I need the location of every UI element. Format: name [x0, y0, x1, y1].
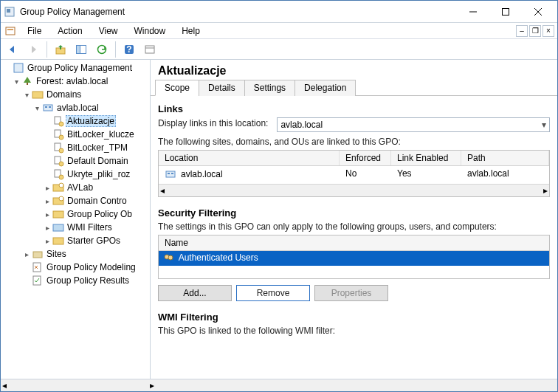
tree-wmi-filters[interactable]: ▸ WMI Filters [1, 221, 150, 234]
gpo-link-icon [52, 142, 64, 154]
svg-rect-6 [6, 27, 15, 35]
col-link-enabled[interactable]: Link Enabled [391, 151, 461, 165]
svg-rect-37 [53, 224, 63, 231]
gpo-link-icon [52, 155, 64, 167]
domain-icon [165, 168, 176, 180]
tree-gpo-ukryte-pliki[interactable]: Ukryte_pliki_roz [1, 168, 150, 181]
mdi-minimize-icon[interactable]: – [516, 25, 528, 37]
close-button[interactable] [522, 1, 554, 22]
svg-rect-44 [171, 173, 173, 174]
minimize-button[interactable] [457, 1, 489, 22]
links-location-combo[interactable]: avlab.local [277, 117, 550, 132]
results-icon [32, 275, 44, 286]
menu-view[interactable]: View [92, 24, 125, 38]
tree-hscrollbar[interactable]: ◂ ▸ [1, 379, 557, 391]
ou-icon [52, 182, 64, 193]
modeling-icon [32, 261, 44, 273]
menubar: File Action View Window Help – ❐ × [1, 23, 557, 39]
scroll-right-icon[interactable]: ▸ [543, 185, 548, 196]
domains-folder-icon [32, 89, 44, 100]
links-row[interactable]: avlab.local No Yes avlab.local [159, 166, 549, 182]
tab-strip: Scope Details Settings Delegation [151, 79, 557, 96]
svg-rect-10 [77, 45, 80, 53]
mdi-close-icon[interactable]: × [542, 25, 554, 37]
tree-results[interactable]: Group Policy Results [1, 274, 150, 287]
svg-rect-38 [53, 238, 63, 244]
tab-details[interactable]: Details [199, 80, 245, 96]
folder-icon [52, 208, 64, 220]
security-list[interactable]: Name Authenticated Users [158, 235, 550, 279]
titlebar: Group Policy Management [1, 1, 557, 23]
tree-domains[interactable]: ▾ Domains [1, 88, 150, 101]
mdi-controls: – ❐ × [516, 25, 554, 37]
tree-forest[interactable]: ▾ Forest: avlab.local [1, 75, 150, 88]
gpm-icon [13, 62, 24, 74]
col-location[interactable]: Location [159, 151, 340, 165]
links-title: Links [158, 103, 550, 114]
svg-rect-42 [166, 171, 175, 177]
up-button[interactable] [52, 41, 69, 58]
links-grid[interactable]: Location Enforced Link Enabled Path avla… [158, 150, 550, 197]
tree-modeling[interactable]: Group Policy Modeling [1, 261, 150, 274]
svg-rect-1 [7, 9, 10, 13]
domain-icon [42, 102, 54, 114]
refresh-button[interactable] [93, 41, 111, 58]
tree-gpo-default-domain[interactable]: Default Domain [1, 154, 150, 168]
scope-panel: Links Display links in this location: av… [151, 96, 557, 379]
tree-sites[interactable]: ▸ Sites [1, 247, 150, 261]
content-pane: Aktualizacje Scope Details Settings Dele… [151, 60, 557, 379]
menu-file[interactable]: File [20, 24, 49, 38]
scroll-left-icon[interactable]: ◂ [160, 185, 165, 196]
tree-group-policy-objects[interactable]: ▸ Group Policy Ob [1, 207, 150, 221]
remove-button[interactable]: Remove [236, 285, 310, 301]
links-grid-header: Location Enforced Link Enabled Path [159, 151, 549, 166]
svg-rect-20 [45, 106, 47, 108]
svg-point-23 [59, 122, 63, 126]
maximize-button[interactable] [489, 1, 522, 22]
svg-rect-18 [32, 92, 43, 98]
extra-button[interactable] [141, 41, 159, 58]
tree-ou-domain-controllers[interactable]: ▸ Domain Contro [1, 194, 150, 207]
col-path[interactable]: Path [461, 151, 549, 165]
tree-root[interactable]: Group Policy Management [1, 61, 150, 75]
col-enforced[interactable]: Enforced [340, 151, 391, 165]
tab-settings[interactable]: Settings [244, 80, 295, 96]
scroll-right-icon[interactable]: ▸ [150, 380, 154, 391]
show-hide-tree-button[interactable] [72, 41, 90, 58]
forward-button[interactable] [24, 41, 42, 58]
nav-tree[interactable]: Group Policy Management ▾ Forest: avlab.… [1, 60, 151, 379]
back-button[interactable] [4, 41, 21, 58]
menu-action[interactable]: Action [50, 24, 89, 38]
svg-rect-39 [33, 252, 42, 258]
tab-scope[interactable]: Scope [155, 80, 199, 96]
tree-gpo-bitlocker-tpm[interactable]: BitLocker_TPM [1, 141, 150, 154]
wmi-icon [52, 221, 64, 233]
users-icon [163, 252, 175, 264]
menu-window[interactable]: Window [127, 24, 173, 38]
tree-domain[interactable]: ▾ avlab.local [1, 101, 150, 114]
links-display-label: Display links in this location: [158, 118, 268, 128]
scroll-left-icon[interactable]: ◂ [2, 380, 7, 391]
svg-point-29 [59, 162, 63, 166]
svg-rect-16 [14, 63, 23, 72]
security-row-authenticated-users[interactable]: Authenticated Users [159, 251, 549, 266]
tree-gpo-aktualizacje[interactable]: Aktualizacje [1, 114, 150, 128]
svg-rect-43 [168, 173, 170, 174]
tab-delegation[interactable]: Delegation [294, 80, 356, 96]
add-button[interactable]: Add... [158, 285, 232, 301]
svg-rect-40 [33, 263, 41, 272]
mdi-restore-icon[interactable]: ❐ [529, 25, 541, 37]
menu-help[interactable]: Help [174, 24, 207, 38]
svg-point-35 [59, 196, 63, 201]
svg-point-31 [59, 175, 63, 179]
gpo-link-icon [52, 128, 64, 140]
links-grid-scrollbar[interactable]: ◂ ▸ [159, 184, 549, 196]
tree-gpo-bitlocker-klucze[interactable]: BitLocker_klucze [1, 128, 150, 141]
help-button[interactable]: ? [120, 41, 138, 58]
security-col-name[interactable]: Name [159, 235, 549, 251]
app-window: Group Policy Management File Action View… [0, 0, 558, 392]
tree-starter-gpos[interactable]: ▸ Starter GPOs [1, 234, 150, 247]
tree-ou-avlab[interactable]: ▸ AVLab [1, 181, 150, 194]
toolbar: ? [1, 39, 557, 60]
properties-button[interactable]: Properties [314, 285, 388, 301]
